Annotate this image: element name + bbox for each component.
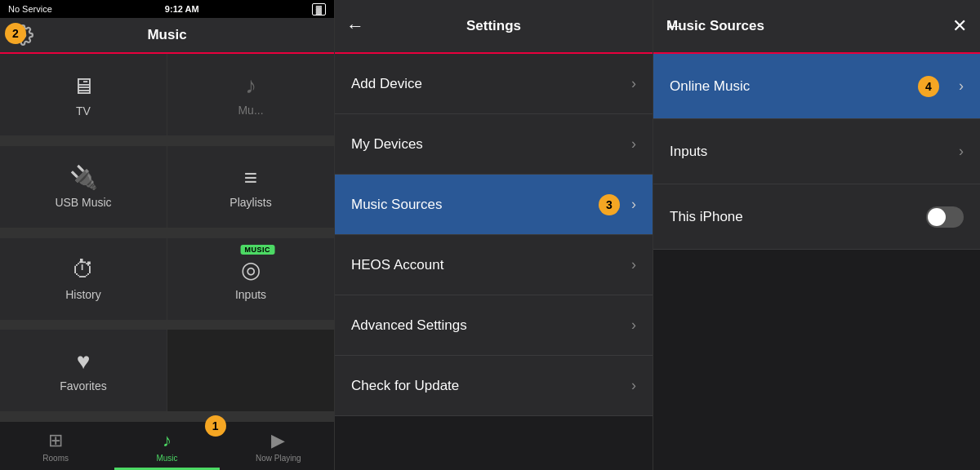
nav-now-playing-label: Now Playing xyxy=(256,454,301,463)
tv-cell[interactable]: 🖥 TV xyxy=(0,54,167,135)
favorites-cell[interactable]: ♥ Favorites xyxy=(0,330,167,411)
music-header: Music 2 xyxy=(0,18,334,54)
sources-panel: ← Music Sources ✕ Online Music 4 › Input… xyxy=(653,0,980,470)
source-this-iphone[interactable]: This iPhone xyxy=(653,184,980,250)
nav-music-label: Music xyxy=(156,454,177,463)
nav-rooms[interactable]: ⊞ Rooms xyxy=(0,422,111,470)
settings-panel: ← Settings Add Device › My Devices › Mus… xyxy=(335,0,653,470)
nav-now-playing[interactable]: ▶ Now Playing xyxy=(223,422,334,470)
settings-header: ← Settings xyxy=(335,0,653,54)
music-cell[interactable]: ♪ Mu... xyxy=(167,54,334,135)
music-nav-icon: ♪ xyxy=(163,430,172,451)
inputs-chevron: › xyxy=(959,143,964,160)
settings-music-sources[interactable]: Music Sources › 3 xyxy=(335,175,653,235)
source-online-music[interactable]: Online Music 4 › xyxy=(653,54,980,119)
close-icon: ✕ xyxy=(952,16,967,36)
add-device-label: Add Device xyxy=(351,76,631,92)
favorites-label: Favorites xyxy=(60,379,107,392)
bottom-nav: ⊞ Rooms ♪ Music 1 ▶ Now Playing xyxy=(0,421,334,470)
settings-back-button[interactable]: ← xyxy=(346,16,364,37)
check-update-label: Check for Update xyxy=(351,378,631,394)
iphone-toggle[interactable] xyxy=(926,206,964,228)
my-devices-label: My Devices xyxy=(351,136,631,153)
settings-check-update[interactable]: Check for Update › xyxy=(335,356,653,416)
tv-label: TV xyxy=(76,104,91,118)
settings-advanced[interactable]: Advanced Settings › xyxy=(335,295,653,356)
usb-cell[interactable]: 🔌 USB Music xyxy=(0,146,167,228)
my-devices-chevron: › xyxy=(631,135,636,153)
back-arrow-icon: ← xyxy=(346,16,364,37)
sources-back-button[interactable]: ← xyxy=(665,16,683,37)
music-label: Mu... xyxy=(238,104,263,117)
playlists-icon: ≡ xyxy=(244,165,257,191)
inputs-icon: ◎ xyxy=(241,256,261,283)
favorites-icon: ♥ xyxy=(77,348,91,375)
music-panel: No Service 9:12 AM ▓ Music 2 🖥 TV ♪ Mu..… xyxy=(0,0,335,470)
music-icon: ♪ xyxy=(245,73,256,99)
sources-back-icon: ← xyxy=(665,16,683,37)
playlists-cell[interactable]: ≡ Playlists xyxy=(167,146,334,228)
settings-my-devices[interactable]: My Devices › xyxy=(335,114,653,175)
settings-list: Add Device › My Devices › Music Sources … xyxy=(335,54,653,470)
inputs-source-label: Inputs xyxy=(670,144,959,160)
sources-close-button[interactable]: ✕ xyxy=(952,16,967,37)
music-badge: MUSIC xyxy=(241,245,275,255)
settings-title: Settings xyxy=(466,18,521,34)
usb-label: USB Music xyxy=(55,196,111,209)
music-sources-chevron: › xyxy=(631,196,636,213)
online-music-chevron: › xyxy=(959,78,964,95)
step-badge-3: 3 xyxy=(599,194,620,215)
advanced-settings-label: Advanced Settings xyxy=(351,317,631,334)
heos-account-chevron: › xyxy=(631,256,636,273)
step-badge-4: 4 xyxy=(918,76,939,97)
inputs-label: Inputs xyxy=(235,288,266,301)
step-badge-2: 2 xyxy=(5,23,26,44)
source-inputs[interactable]: Inputs › xyxy=(653,119,980,184)
rooms-icon: ⊞ xyxy=(48,430,63,451)
advanced-settings-chevron: › xyxy=(631,317,636,334)
history-cell[interactable]: ⏱ History xyxy=(0,238,167,320)
settings-add-device[interactable]: Add Device › xyxy=(335,54,653,114)
music-grid: 🖥 TV ♪ Mu... 🔌 USB Music ≡ Playlists ⏱ H… xyxy=(0,54,334,421)
time-display: 9:12 AM xyxy=(165,4,199,14)
battery-indicator: ▓ xyxy=(312,3,326,16)
nav-music[interactable]: ♪ Music 1 xyxy=(111,422,222,470)
music-title: Music xyxy=(147,27,186,43)
check-update-chevron: › xyxy=(631,377,636,394)
empty-cell xyxy=(167,330,334,411)
online-music-label: Online Music xyxy=(670,78,959,95)
status-bar: No Service 9:12 AM ▓ xyxy=(0,0,334,18)
history-label: History xyxy=(65,288,101,301)
settings-heos-account[interactable]: HEOS Account › xyxy=(335,235,653,295)
heos-account-label: HEOS Account xyxy=(351,257,631,273)
sources-list: Online Music 4 › Inputs › This iPhone xyxy=(653,54,980,470)
inputs-cell[interactable]: ◎ Inputs MUSIC xyxy=(167,238,334,320)
add-device-chevron: › xyxy=(631,75,636,92)
music-sources-label: Music Sources xyxy=(351,197,631,213)
toggle-knob xyxy=(928,208,946,226)
now-playing-icon: ▶ xyxy=(271,430,285,451)
iphone-label: This iPhone xyxy=(670,209,926,225)
tv-icon: 🖥 xyxy=(72,73,95,100)
usb-icon: 🔌 xyxy=(69,164,98,191)
playlists-label: Playlists xyxy=(229,196,271,209)
nav-rooms-label: Rooms xyxy=(42,454,69,463)
history-icon: ⏱ xyxy=(72,256,95,283)
signal-text: No Service xyxy=(8,4,52,14)
sources-header: ← Music Sources ✕ xyxy=(653,0,980,54)
